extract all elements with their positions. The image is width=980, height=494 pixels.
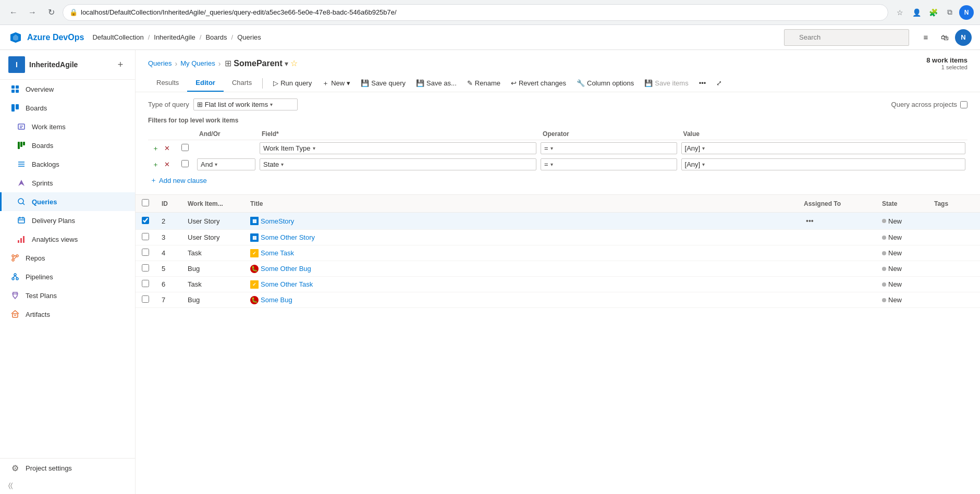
shopping-bag-icon[interactable]: 🛍 [936, 29, 953, 46]
tab-charts[interactable]: Charts [224, 75, 260, 92]
title-dropdown-button[interactable]: ▾ [285, 59, 288, 68]
select-all-checkbox[interactable] [142, 199, 149, 206]
breadcrumb-queries[interactable]: Queries [237, 33, 261, 41]
breadcrumb-boards[interactable]: Boards [205, 33, 227, 41]
sidebar-item-projectsettings[interactable]: ⚙ Project settings [0, 459, 135, 477]
filter-add-button[interactable]: ＋ [150, 159, 161, 170]
more-options-button[interactable]: ••• [695, 77, 710, 89]
sidebar-item-artifacts[interactable]: Artifacts [0, 305, 135, 324]
extension-icon[interactable]: 🧩 [926, 5, 940, 20]
rename-label: Rename [475, 79, 500, 87]
row-checkbox[interactable] [142, 233, 149, 240]
sidebar-item-backlogs[interactable]: Backlogs [0, 155, 135, 174]
query-type-dropdown[interactable]: ⊞ Flat list of work items ▾ [193, 98, 298, 110]
sidebar-item-sprints[interactable]: Sprints [0, 174, 135, 192]
count-label: 8 work items [926, 56, 967, 64]
table-row[interactable]: 2 User Story ▦ SomeStory ••• New [136, 213, 980, 230]
sidebar-item-queries[interactable]: Queries [0, 192, 135, 211]
sidebar-item-workitems[interactable]: Work items [0, 117, 135, 136]
row-checkbox[interactable] [142, 264, 149, 271]
azure-devops-logo[interactable]: Azure DevOps [8, 30, 84, 45]
sidebar-item-repos[interactable]: Repos [0, 249, 135, 267]
column-options-label: Column options [587, 79, 634, 87]
settings-gear-icon: ⚙ [10, 463, 20, 473]
sidebar-label-workitems: Work items [32, 123, 66, 131]
sidebar-item-testplans[interactable]: Test Plans [0, 286, 135, 305]
breadcrumb-queries-link[interactable]: Queries [148, 59, 172, 67]
filter-value-dropdown[interactable]: [Any] ▾ [681, 142, 965, 154]
sidebar-item-boards-header[interactable]: Boards [0, 98, 135, 117]
sidebar-item-boards[interactable]: Boards [0, 136, 135, 155]
revert-changes-button[interactable]: ↩ Revert changes [507, 77, 570, 89]
sidebar-item-analyticsviews[interactable]: Analytics views [0, 230, 135, 249]
query-type-icon: ⊞ [197, 101, 203, 108]
sidebar-item-deliveryplans[interactable]: Delivery Plans [0, 211, 135, 230]
filter-field-dropdown[interactable]: State ▾ [260, 158, 536, 170]
query-across-checkbox[interactable] [960, 101, 967, 108]
boards-header-icon [10, 103, 20, 113]
sidebar-add-button[interactable]: + [114, 58, 127, 71]
user-avatar-browser[interactable]: N [959, 5, 974, 20]
filter-remove-button[interactable]: ✕ [162, 143, 172, 154]
row-checkbox[interactable] [142, 295, 149, 303]
save-items-button[interactable]: 💾 Save items [640, 77, 692, 89]
bookmark-icon[interactable]: ☆ [892, 5, 907, 20]
breadcrumb-myqueries-link[interactable]: My Queries [180, 59, 215, 67]
row-checkbox[interactable] [142, 249, 149, 256]
breadcrumb-inheritedagile[interactable]: InheritedAgile [154, 33, 195, 41]
tab-results[interactable]: Results [148, 75, 187, 92]
filter-row-checkbox[interactable] [181, 144, 189, 151]
table-row[interactable]: 4 Task ✓ Some Task ••• New [136, 245, 980, 261]
new-button[interactable]: ＋ New ▾ [318, 77, 354, 90]
breadcrumb-sep-2: / [200, 33, 202, 41]
row-checkbox[interactable] [142, 217, 149, 224]
filter-field-dropdown[interactable]: Work Item Type ▾ [260, 142, 536, 154]
rename-button[interactable]: ✎ Rename [463, 77, 505, 89]
user-avatar[interactable]: N [955, 29, 972, 46]
tab-editor[interactable]: Editor [187, 75, 224, 92]
table-row[interactable]: 7 Bug 🐛 Some Bug ••• New [136, 292, 980, 308]
breadcrumb-defaultcollection[interactable]: DefaultCollection [92, 33, 143, 41]
svg-line-36 [15, 276, 17, 278]
filter-value-dropdown[interactable]: [Any] ▾ [681, 158, 965, 170]
filter-remove-button[interactable]: ✕ [162, 159, 172, 170]
browser-reload[interactable]: ↻ [44, 5, 58, 20]
row-more-button[interactable]: ••• [804, 216, 816, 226]
sidebar-collapse-button[interactable]: 〈〈 [0, 477, 135, 494]
column-options-button[interactable]: 🔧 Column options [572, 77, 638, 89]
table-row[interactable]: 6 Task ✓ Some Other Task ••• New [136, 277, 980, 292]
table-row[interactable]: 5 Bug 🐛 Some Other Bug ••• New [136, 261, 980, 277]
settings-icon[interactable]: ≡ [917, 29, 934, 46]
repos-icon [10, 253, 20, 263]
window-icon[interactable]: ⧉ [942, 5, 957, 20]
artifacts-icon [10, 309, 20, 319]
state-text: New [888, 249, 902, 257]
work-item-link[interactable]: 🐛 Some Bug [250, 296, 791, 304]
filter-operator-dropdown[interactable]: = ▾ [541, 158, 677, 170]
filter-row-checkbox[interactable] [181, 160, 189, 167]
profile-icon[interactable]: 👤 [909, 5, 924, 20]
address-bar[interactable]: 🔒 localhost/DefaultCollection/InheritedA… [63, 4, 888, 21]
sidebar-item-overview[interactable]: Overview [0, 80, 135, 98]
work-item-link[interactable]: ✓ Some Other Task [250, 280, 791, 289]
sidebar-item-pipelines[interactable]: Pipelines [0, 267, 135, 286]
analyticsviews-icon [16, 234, 27, 244]
run-query-button[interactable]: ▷ Run query [269, 77, 316, 89]
search-input[interactable] [784, 29, 909, 46]
browser-back[interactable]: ← [6, 5, 21, 20]
work-item-link[interactable]: ▦ SomeStory [250, 217, 791, 225]
save-query-button[interactable]: 💾 Save query [357, 77, 410, 89]
work-item-link[interactable]: ▦ Some Other Story [250, 233, 791, 242]
filter-operator-dropdown[interactable]: = ▾ [541, 142, 677, 154]
filter-add-button[interactable]: ＋ [150, 143, 161, 154]
work-item-link[interactable]: 🐛 Some Other Bug [250, 265, 791, 273]
add-clause-button[interactable]: ＋ Add new clause [148, 172, 209, 188]
browser-forward[interactable]: → [25, 5, 40, 20]
save-as-button[interactable]: 💾 Save as... [412, 77, 461, 89]
table-row[interactable]: 3 User Story ▦ Some Other Story ••• New [136, 230, 980, 245]
filter-andor-dropdown[interactable]: And ▾ [197, 158, 255, 170]
row-checkbox[interactable] [142, 280, 149, 287]
favorite-star-button[interactable]: ☆ [290, 58, 298, 68]
expand-button[interactable]: ⤢ [712, 77, 726, 89]
work-item-link[interactable]: ✓ Some Task [250, 249, 791, 257]
